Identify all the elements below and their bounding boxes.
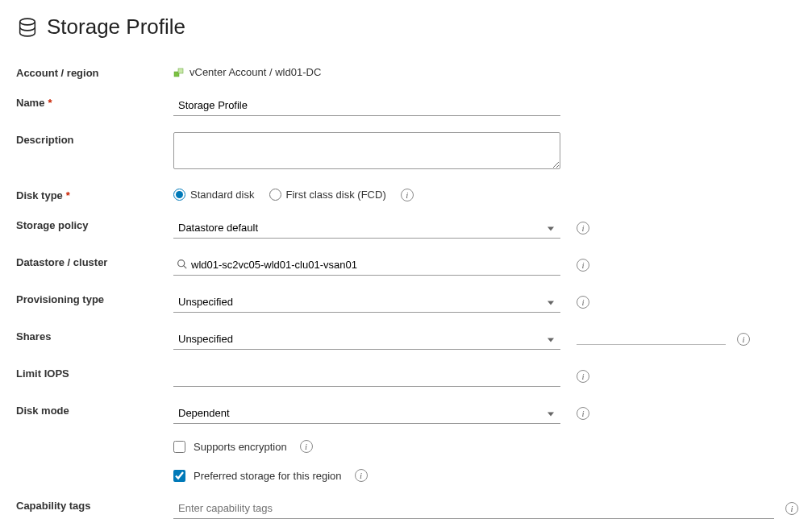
svg-point-0 [20,19,35,25]
capability-tags-input[interactable] [173,498,774,519]
vcenter-icon [173,67,185,78]
info-icon[interactable]: i [577,259,589,272]
provisioning-type-select[interactable]: Unspecified [173,292,560,313]
preferred-storage-checkbox[interactable] [173,470,185,482]
limit-iops-input[interactable] [173,366,560,387]
shares-select[interactable]: Unspecified [173,329,560,350]
label-provisioning-type: Provisioning type [16,292,173,313]
storage-policy-select[interactable]: Datastore default [173,218,560,239]
label-disk-mode: Disk mode [16,403,173,424]
label-capability-tags: Capability tags [16,498,173,519]
info-icon[interactable]: i [737,333,750,346]
label-storage-policy: Storage policy [16,218,173,239]
page-title: Storage Profile [47,15,185,39]
supports-encryption-label: Supports encryption [194,441,287,453]
storage-icon [16,16,39,39]
search-icon [177,259,187,272]
label-datastore-cluster: Datastore / cluster [16,255,173,276]
preferred-storage-label: Preferred storage for this region [194,470,342,482]
account-region-text: vCenter Account / wld01-DC [189,66,321,78]
svg-rect-2 [178,68,183,73]
info-icon[interactable]: i [577,370,589,383]
disk-mode-select[interactable]: Dependent [173,403,560,424]
page-header: Storage Profile [16,15,796,39]
shares-value-underline [577,344,726,345]
info-icon[interactable]: i [300,440,313,453]
account-region-value: vCenter Account / wld01-DC [173,66,321,78]
svg-point-3 [178,260,185,267]
label-limit-iops: Limit IOPS [16,366,173,387]
supports-encryption-checkbox[interactable] [173,441,185,453]
info-icon[interactable]: i [401,189,414,201]
name-input[interactable] [173,95,560,116]
label-name: Name* [16,95,173,116]
label-account-region: Account / region [16,65,173,79]
radio-first-class-disk[interactable]: First class disk (FCD) [269,189,386,201]
svg-line-4 [184,266,186,268]
label-disk-type: Disk type* [16,188,173,201]
info-icon[interactable]: i [577,296,589,309]
label-description: Description [16,132,173,172]
info-icon[interactable]: i [355,469,368,482]
label-shares: Shares [16,329,173,350]
info-icon[interactable]: i [577,407,589,420]
radio-fcd-input[interactable] [269,189,281,201]
description-textarea[interactable] [173,132,560,169]
info-icon[interactable]: i [577,222,589,235]
datastore-cluster-input[interactable] [173,255,560,276]
radio-standard-disk-input[interactable] [173,189,185,201]
info-icon[interactable]: i [785,502,798,515]
radio-standard-disk[interactable]: Standard disk [173,189,255,201]
